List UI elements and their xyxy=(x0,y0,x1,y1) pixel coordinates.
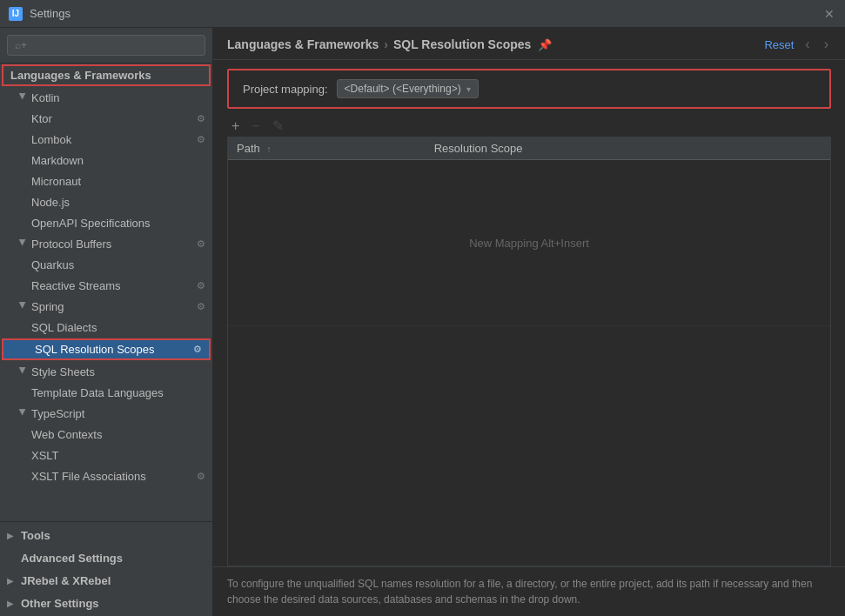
sidebar-bottom-label: Tools xyxy=(21,529,50,542)
table-wrap: Path ↑ Resolution Scope New Mapping Alt+… xyxy=(227,137,831,566)
sidebar-item-sql-resolution-scopes[interactable]: SQL Resolution Scopes ⚙ xyxy=(2,338,211,360)
edit-button[interactable]: ✎ xyxy=(268,117,288,135)
remove-button[interactable]: − xyxy=(247,117,264,135)
sidebar-item-label: Languages & Frameworks xyxy=(10,69,202,82)
column-path: Path ↑ xyxy=(228,137,426,160)
gear-icon: ⚙ xyxy=(197,113,205,124)
sidebar-item-label: Spring xyxy=(31,300,197,313)
expand-arrow-icon: ▶ xyxy=(18,92,28,103)
pin-icon: 📌 xyxy=(538,38,552,51)
sidebar-item-label: TypeScript xyxy=(31,407,205,420)
sidebar-bottom: ▶ Tools Advanced Settings ▶ JRebel & XRe… xyxy=(0,521,212,616)
search-wrap xyxy=(0,28,212,64)
sidebar-item-lombok[interactable]: Lombok ⚙ xyxy=(0,129,212,150)
gear-icon: ⚙ xyxy=(193,344,202,355)
expand-arrow-icon: ▶ xyxy=(18,238,28,249)
close-button[interactable]: ✕ xyxy=(822,7,836,21)
sidebar-bottom-label: JRebel & XRebel xyxy=(21,574,111,587)
gear-icon: ⚙ xyxy=(197,238,205,250)
sidebar-item-quarkus[interactable]: Quarkus xyxy=(0,254,212,275)
breadcrumb: Languages & Frameworks › SQL Resolution … xyxy=(227,37,764,51)
expand-arrow-icon: ▶ xyxy=(18,301,28,311)
sidebar-item-label: Markdown xyxy=(31,154,205,167)
sidebar-list: Languages & Frameworks ▶ Kotlin Ktor ⚙ L… xyxy=(0,64,212,521)
column-resolution-scope-label: Resolution Scope xyxy=(434,142,523,155)
sidebar: Languages & Frameworks ▶ Kotlin Ktor ⚙ L… xyxy=(0,28,213,616)
gear-icon: ⚙ xyxy=(197,301,205,312)
empty-state-text: New Mapping Alt+Insert xyxy=(469,237,589,250)
sidebar-item-label: Kotlin xyxy=(31,91,205,104)
sidebar-item-nodejs[interactable]: Node.js xyxy=(0,191,212,212)
project-mapping-value: <Default> (<Everything>) xyxy=(345,83,461,95)
sidebar-item-protocol-buffers[interactable]: ▶ Protocol Buffers ⚙ xyxy=(0,233,212,254)
sidebar-item-label: SQL Resolution Scopes xyxy=(35,343,193,356)
expand-arrow-icon: ▶ xyxy=(18,366,28,377)
sidebar-item-label: Quarkus xyxy=(31,258,205,271)
project-mapping-dropdown[interactable]: <Default> (<Everything>) ▾ xyxy=(337,79,479,98)
sidebar-item-label: XSLT File Associations xyxy=(31,470,197,483)
sidebar-item-label: Micronaut xyxy=(31,175,205,188)
content-footer: To configure the unqualified SQL names r… xyxy=(213,566,845,616)
sort-icon: ↑ xyxy=(266,144,271,154)
gear-icon: ⚙ xyxy=(197,280,205,291)
sidebar-item-label: Template Data Languages xyxy=(31,386,205,399)
sidebar-item-advanced-settings[interactable]: Advanced Settings xyxy=(0,546,212,569)
sidebar-item-ktor[interactable]: Ktor ⚙ xyxy=(0,108,212,129)
breadcrumb-separator: › xyxy=(384,37,388,51)
column-resolution-scope: Resolution Scope xyxy=(426,137,830,160)
sidebar-item-reactive-streams[interactable]: Reactive Streams ⚙ xyxy=(0,275,212,296)
add-button[interactable]: + xyxy=(227,117,244,135)
sidebar-item-label: Reactive Streams xyxy=(31,279,197,292)
nav-forward-button[interactable]: › xyxy=(822,37,831,52)
expand-arrow-icon: ▶ xyxy=(18,408,28,418)
project-mapping-row: Project mapping: <Default> (<Everything>… xyxy=(227,69,831,109)
table-toolbar: + − ✎ xyxy=(213,116,845,137)
app-icon: IJ xyxy=(9,7,23,21)
sidebar-item-sql-dialects[interactable]: SQL Dialects xyxy=(0,317,212,338)
sidebar-item-xslt-file-associations[interactable]: XSLT File Associations ⚙ xyxy=(0,465,212,486)
expand-arrow-icon: ▶ xyxy=(7,531,17,540)
sidebar-item-label: XSLT xyxy=(31,449,205,462)
project-mapping-label: Project mapping: xyxy=(243,83,328,96)
sidebar-item-label: SQL Dialects xyxy=(31,321,205,334)
chevron-down-icon: ▾ xyxy=(466,84,471,94)
sidebar-item-label: Protocol Buffers xyxy=(31,238,197,251)
sidebar-item-label: Node.js xyxy=(31,196,205,209)
sidebar-item-markdown[interactable]: Markdown xyxy=(0,150,212,171)
header-actions: Reset ‹ › xyxy=(764,37,831,52)
main-layout: Languages & Frameworks ▶ Kotlin Ktor ⚙ L… xyxy=(0,28,845,616)
sidebar-bottom-label: Other Settings xyxy=(21,597,99,610)
sidebar-item-label: Ktor xyxy=(31,112,197,125)
gear-icon: ⚙ xyxy=(197,134,205,145)
sidebar-item-tools[interactable]: ▶ Tools xyxy=(0,524,212,546)
nav-back-button[interactable]: ‹ xyxy=(802,37,812,52)
sidebar-item-spring[interactable]: ▶ Spring ⚙ xyxy=(0,296,212,317)
sidebar-item-label: Lombok xyxy=(31,133,197,146)
sidebar-item-label: Web Contexts xyxy=(31,428,205,441)
sidebar-item-openapi[interactable]: OpenAPI Specifications xyxy=(0,212,212,233)
sidebar-item-xslt[interactable]: XSLT xyxy=(0,445,212,465)
sidebar-item-style-sheets[interactable]: ▶ Style Sheets xyxy=(0,361,212,382)
sidebar-item-label: OpenAPI Specifications xyxy=(31,217,205,230)
sidebar-bottom-label: Advanced Settings xyxy=(21,552,123,565)
sidebar-item-languages-frameworks[interactable]: Languages & Frameworks xyxy=(2,64,211,86)
empty-state: New Mapping Alt+Insert xyxy=(228,160,830,326)
sidebar-item-kotlin[interactable]: ▶ Kotlin xyxy=(0,87,212,108)
sidebar-item-typescript[interactable]: ▶ TypeScript xyxy=(0,403,212,424)
footer-text: To configure the unqualified SQL names r… xyxy=(227,578,812,606)
content-area: Languages & Frameworks › SQL Resolution … xyxy=(213,28,845,616)
breadcrumb-parent: Languages & Frameworks xyxy=(227,37,379,51)
sidebar-item-other-settings[interactable]: ▶ Other Settings xyxy=(0,592,212,614)
search-input[interactable] xyxy=(7,35,205,56)
title-bar-title: Settings xyxy=(30,7,822,20)
column-path-label: Path xyxy=(237,142,260,155)
sidebar-item-label: Style Sheets xyxy=(31,365,205,378)
sidebar-item-template-data-languages[interactable]: Template Data Languages xyxy=(0,382,212,403)
reset-link[interactable]: Reset xyxy=(764,38,794,51)
expand-arrow-icon: ▶ xyxy=(7,576,17,586)
sidebar-item-jrebel-xrebel[interactable]: ▶ JRebel & XRebel xyxy=(0,569,212,592)
breadcrumb-current: SQL Resolution Scopes xyxy=(393,37,531,51)
sidebar-item-micronaut[interactable]: Micronaut xyxy=(0,171,212,191)
expand-arrow-icon: ▶ xyxy=(7,599,17,608)
sidebar-item-web-contexts[interactable]: Web Contexts xyxy=(0,424,212,445)
